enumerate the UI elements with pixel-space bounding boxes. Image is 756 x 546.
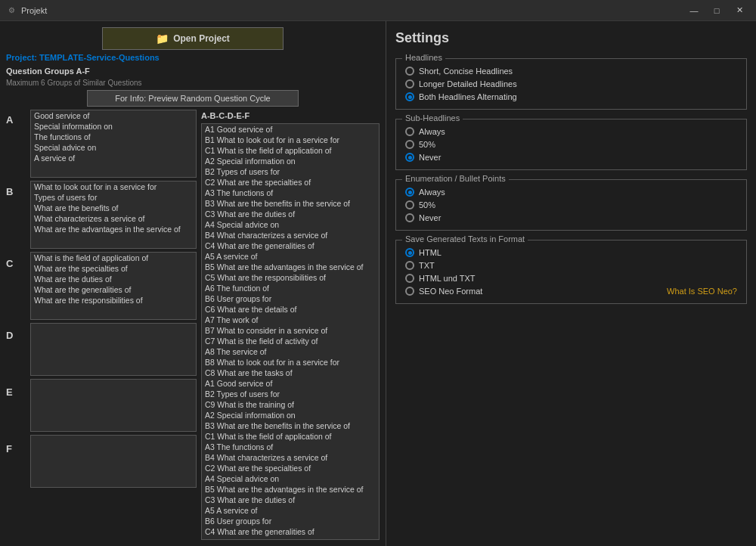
list-item[interactable]: B2 Types of users for [202,389,379,399]
list-item[interactable]: A service of [31,153,196,163]
list-item[interactable]: B4 What characterizes a service of [202,230,379,240]
list-item[interactable]: C9 What is the training of [202,399,379,410]
list-item[interactable]: A6 The function of [202,283,379,293]
folder-icon: 📁 [156,33,169,45]
list-item[interactable]: A2 Special information on [202,156,379,166]
list-item[interactable]: Types of users for [31,192,196,203]
list-item[interactable]: B5 What are the advantages in the servic… [202,484,379,495]
list-item[interactable]: C3 What are the duties of [202,209,379,219]
list-item[interactable]: What characterizes a service of [31,213,196,224]
group-box-a-inner[interactable]: Good service of Special information on T… [31,110,196,177]
list-item[interactable]: B8 What to look out for in a service for [202,357,379,368]
headlines-label: Headlines [402,53,445,62]
list-item[interactable]: C1 What is the field of application of [202,431,379,442]
list-item[interactable]: A7 The work of [202,315,379,325]
radio-dot-longer [405,79,414,88]
list-item[interactable]: Special advice on [31,142,196,153]
list-item[interactable]: A5 A service of [202,505,379,516]
radio-dot-txt [405,261,414,270]
list-item[interactable]: What are the duties of [31,274,196,284]
list-item[interactable]: B4 What characterizes a service of [202,452,379,463]
preview-button[interactable]: For Info: Preview Random Question Cycle [87,90,299,107]
list-item[interactable]: What are the specialties of [31,263,196,274]
list-item[interactable]: B5 What are the advantages in the servic… [202,262,379,272]
seo-neo-link[interactable]: What Is SEO Neo? [667,287,737,296]
radio-label-seo: SEO Neo Format [419,287,482,296]
list-item[interactable]: A8 The service of [202,346,379,357]
list-item[interactable]: B6 User groups for [202,293,379,304]
radio-subh-never[interactable]: Never [405,153,737,162]
list-item[interactable]: What is the field of application of [31,253,196,263]
list-item[interactable]: What to look out for in a service for [31,181,196,192]
radio-enum-always[interactable]: Always [405,188,737,197]
list-item[interactable]: Good service of [31,110,196,121]
radio-short-headlines[interactable]: Short, Concise Headlines [405,67,737,76]
list-item[interactable]: B2 Types of users for [202,166,379,177]
radio-enum-fifty[interactable]: 50% [405,200,737,209]
radio-dot-seo [405,287,414,296]
list-item[interactable]: C7 What is the field of activity of [202,336,379,346]
list-item[interactable]: A1 Good service of [202,124,379,135]
radio-format-seo[interactable]: SEO Neo Format What Is SEO Neo? [405,287,737,296]
list-item[interactable]: C2 What are the specialties of [202,463,379,473]
list-item[interactable]: C1 What is the field of application of [202,145,379,156]
project-name: Project: TEMPLATE-Service-Questions [6,53,380,62]
list-item[interactable]: B3 What are the benefits in the service … [202,198,379,209]
list-item[interactable]: C4 What are the generalities of [202,526,379,537]
list-item[interactable]: C5 What are the responsibilities of [202,272,379,283]
list-item[interactable]: B3 What are the benefits in the service … [202,420,379,431]
list-item[interactable]: C6 What are the details of [202,304,379,315]
list-item[interactable]: What are the responsibilities of [31,295,196,306]
group-box-f-inner[interactable] [31,436,196,487]
radio-format-htmltxt[interactable]: HTML und TXT [405,274,737,283]
radio-label-subh-fifty: 50% [419,140,435,149]
list-item[interactable]: B7 What to consider in a service of [202,325,379,336]
list-item[interactable]: C2 What are the specialties of [202,177,379,188]
list-item[interactable]: C3 What are the duties of [202,495,379,505]
list-item[interactable]: A5 A service of [202,251,379,262]
app-icon: ⚙ [6,5,17,16]
minimize-button[interactable]: — [683,3,705,18]
group-lists: Good service of Special information on T… [30,110,197,540]
close-button[interactable]: ✕ [729,3,750,18]
list-item[interactable]: A4 Special advice on [202,219,379,230]
list-item[interactable]: The functions of [31,132,196,142]
list-item[interactable]: C4 What are the generalities of [202,240,379,251]
radio-subh-always[interactable]: Always [405,127,737,136]
list-item[interactable]: A3 The functions of [202,188,379,198]
group-box-e-inner[interactable] [31,380,196,431]
list-item[interactable]: A2 Special information on [202,410,379,420]
groups-section: A B C D E F Good service of Special info… [6,110,380,540]
group-label-f: F [6,439,26,495]
radio-longer-headlines[interactable]: Longer Detailed Headlines [405,79,737,88]
list-item[interactable]: C8 What are the tasks of [202,368,379,378]
main-list-inner[interactable]: A1 Good service of B1 What to look out f… [202,124,379,539]
maximize-button[interactable]: □ [706,3,727,18]
list-item[interactable]: A1 Good service of [202,378,379,389]
main-list-box: A1 Good service of B1 What to look out f… [201,123,380,540]
list-item[interactable]: A4 Special advice on [202,473,379,484]
radio-enum-never[interactable]: Never [405,213,737,222]
radio-subh-fifty[interactable]: 50% [405,140,737,149]
list-item[interactable]: B6 User groups for [202,516,379,526]
list-item[interactable]: B1 What to look out for in a service for [202,135,379,145]
open-project-button[interactable]: 📁 Open Project [102,27,284,50]
list-item[interactable]: A6 The function of [202,537,379,539]
radio-both-headlines[interactable]: Both Headlines Alternating [405,92,737,101]
radio-label-both: Both Headlines Alternating [419,92,517,101]
group-box-d-inner[interactable] [31,324,196,375]
radio-format-txt[interactable]: TXT [405,261,737,270]
list-item[interactable]: A3 The functions of [202,442,379,452]
titlebar-title: Projekt [21,6,47,15]
left-panel: 📁 Open Project Project: TEMPLATE-Service… [0,21,386,546]
enumeration-group: Enumeration / Bullet Points Always 50% N… [395,179,747,231]
group-box-c-inner[interactable]: What is the field of application of What… [31,253,196,319]
radio-format-html[interactable]: HTML [405,248,737,257]
list-item[interactable]: What are the generalities of [31,284,196,295]
list-item[interactable]: Special information on [31,121,196,132]
radio-dot-enum-always [405,188,414,197]
group-box-b-inner[interactable]: What to look out for in a service for Ty… [31,181,196,248]
titlebar-controls: — □ ✕ [683,3,750,18]
list-item[interactable]: What are the benefits of [31,203,196,213]
list-item[interactable]: What are the advantages in the service o… [31,224,196,234]
